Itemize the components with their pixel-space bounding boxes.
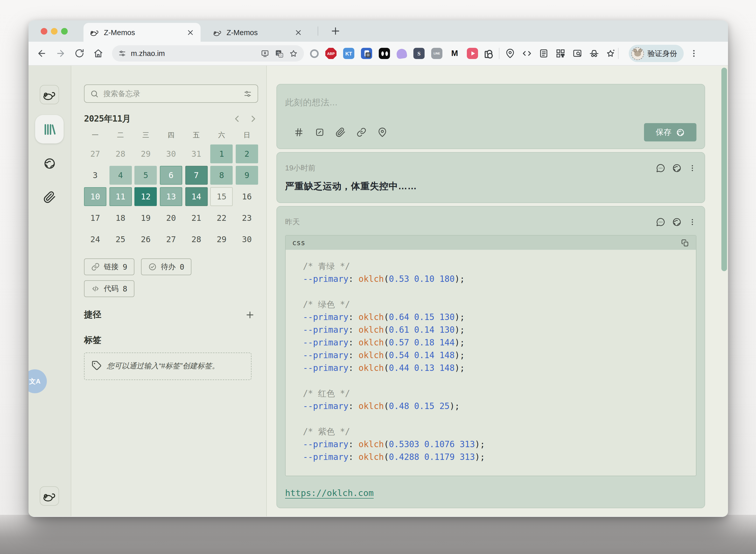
calendar-day[interactable]: 13 [160,187,182,206]
memo-menu-icon[interactable] [688,163,696,173]
extension-m-icon[interactable]: M [449,48,460,59]
task-square-icon[interactable] [315,127,325,137]
reading-list-icon[interactable] [539,48,549,58]
address-bar[interactable]: m.zhao.im 文G [112,45,304,62]
calendar-day[interactable]: 28 [185,230,207,249]
calendar-day[interactable]: 24 [84,230,106,249]
profile-chip[interactable]: 验证身份 [629,45,684,62]
calendar-day[interactable]: 30 [160,145,182,163]
search-input[interactable]: 搜索备忘录 [84,85,258,103]
extension-line-icon[interactable]: LINE [431,48,442,59]
qr-code-icon[interactable] [555,48,566,58]
calendar-day[interactable]: 5 [135,166,157,185]
calendar-day[interactable]: 16 [236,187,258,206]
install-app-icon[interactable] [261,49,269,58]
extension-kt-icon[interactable]: KT [343,48,354,59]
calendar-day[interactable]: 29 [135,145,157,163]
calendar-day[interactable]: 10 [84,187,106,206]
calendar-day[interactable]: 15 [210,187,233,206]
zoom-window-button[interactable] [61,28,68,35]
comment-icon[interactable] [656,163,665,173]
extension-s-icon[interactable]: S [413,48,424,59]
calendar-day[interactable]: 9 [236,166,258,185]
calendar-day[interactable]: 28 [109,145,132,163]
new-tab-button[interactable] [330,25,341,37]
tab-zmemos-active[interactable]: Z-Memos [84,23,201,42]
home-button[interactable] [93,48,103,58]
location-icon[interactable] [377,127,388,137]
location-pin-icon[interactable] [505,48,515,58]
calendar-day[interactable]: 30 [236,230,258,249]
calendar-day[interactable]: 11 [109,187,132,206]
add-shortcut-button[interactable] [245,310,255,320]
attach-paperclip-icon[interactable] [336,127,346,137]
visibility-globe-icon[interactable] [672,163,682,173]
calendar-day[interactable]: 6 [160,166,182,185]
search-filter-icon[interactable] [243,89,252,98]
visibility-globe-icon[interactable] [672,217,682,227]
translate-float-button[interactable]: 文A [29,369,47,393]
forward-button[interactable] [55,48,66,58]
tab-zmemos-inactive[interactable]: Z-Memos [207,23,308,42]
calendar-prev-icon[interactable] [232,114,242,124]
bookmark-sparkle-icon[interactable] [606,48,616,58]
back-button[interactable] [37,48,47,58]
calendar-day[interactable]: 14 [185,187,207,206]
hashtag-icon[interactable] [294,127,304,137]
close-window-button[interactable] [41,28,47,35]
calendar-day[interactable]: 4 [109,166,132,185]
calendar-day[interactable]: 25 [109,230,132,249]
calendar-day[interactable]: 18 [109,209,132,227]
calendar-day[interactable]: 3 [84,166,106,185]
stat-todos[interactable]: 待办 0 [141,259,191,275]
mouse-bottom-button[interactable] [40,486,59,506]
reload-button[interactable] [74,48,85,58]
calendar-day[interactable]: 7 [185,166,207,185]
extension-lock-icon[interactable] [361,48,372,59]
calendar-day[interactable]: 17 [84,209,106,227]
calendar-day[interactable]: 1 [210,145,233,163]
tab-close-icon[interactable] [294,28,302,36]
tab-close-icon[interactable] [186,28,195,36]
calendar-day[interactable]: 19 [135,209,157,227]
page-scrollbar-thumb[interactable] [721,68,727,271]
memo-menu-icon[interactable] [688,217,696,227]
insert-link-icon[interactable] [356,127,366,137]
extension-video-icon[interactable] [467,48,478,59]
site-settings-icon[interactable] [118,49,126,57]
extension-eyes-icon[interactable] [379,48,390,59]
editor-input[interactable]: 此刻的想法... [285,97,696,108]
calendar-day[interactable]: 21 [185,209,207,227]
calendar-day[interactable]: 2 [236,145,258,163]
nav-attachments-paperclip-icon[interactable] [43,191,56,204]
code-brackets-icon[interactable] [522,48,532,58]
nav-memos-active[interactable] [35,115,64,144]
calendar-day[interactable]: 12 [135,187,157,206]
bookmark-star-icon[interactable] [289,49,298,58]
calendar-day[interactable]: 22 [210,209,233,227]
stat-code[interactable]: 代码 8 [84,280,135,297]
minimize-window-button[interactable] [51,28,57,35]
nav-explore-globe-icon[interactable] [43,157,56,170]
calendar-day[interactable]: 29 [210,230,233,249]
extension-puzzle-icon[interactable] [485,51,492,58]
calendar-day[interactable]: 27 [160,230,182,249]
incognito-icon[interactable] [589,48,599,58]
stat-links[interactable]: 链接 9 [84,259,135,275]
calendar-day[interactable]: 26 [135,230,157,249]
calendar-day[interactable]: 8 [210,166,233,185]
calendar-day[interactable]: 31 [185,145,207,163]
search-page-icon[interactable] [572,48,583,58]
save-button[interactable]: 保存 [644,123,696,142]
calendar-next-icon[interactable] [248,114,258,124]
extension-abp-icon[interactable]: ABP [325,48,337,59]
app-logo-button[interactable] [40,85,59,104]
extension-ghost-icon[interactable] [396,48,407,59]
browser-menu-icon[interactable] [689,48,699,58]
memo-link[interactable]: https://oklch.com [285,488,374,498]
calendar-day[interactable]: 23 [236,209,258,227]
translate-icon[interactable]: 文G [275,49,284,58]
calendar-day[interactable]: 27 [84,145,106,163]
extension-ring-icon[interactable] [310,49,319,58]
comment-icon[interactable] [656,217,665,227]
